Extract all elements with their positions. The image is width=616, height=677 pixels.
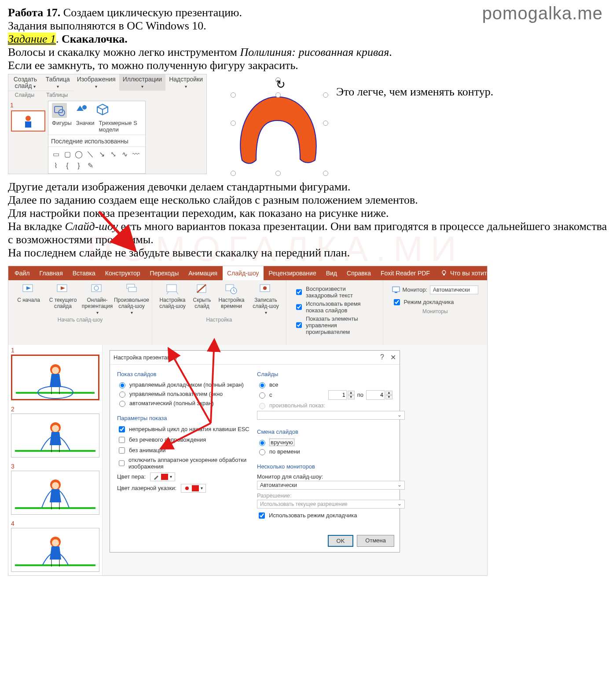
svg-point-34 [52, 482, 59, 489]
task-name: Скакалочка. [62, 33, 128, 45]
close-icon[interactable]: ✕ [390, 353, 396, 362]
chk-loop[interactable]: непрерывный цикл до нажатия клавиши ESC [117, 425, 253, 434]
from-input[interactable] [328, 390, 347, 400]
slide-thumb-3[interactable]: 3 [8, 461, 102, 518]
shapes-grid[interactable]: ▭▢◯＼↘⤡∿ 〰⌇{}✎ [48, 147, 145, 173]
fs-slides: Слайды [257, 371, 392, 377]
btn-shapes[interactable] [52, 103, 67, 118]
chk-controls-label: Показать элементы управления проигрывате… [306, 315, 375, 335]
rotate-handle-icon[interactable]: ↻ [275, 77, 281, 83]
resize-handle[interactable] [231, 171, 236, 176]
setup-show-dialog: Настройка презентации ? ✕ Показ слайдов … [110, 350, 400, 553]
task-badge: Задание 1 [8, 33, 56, 45]
resize-handle[interactable] [323, 121, 328, 126]
tell-me[interactable]: Что вы хотите сделать? [435, 270, 524, 277]
btn-images[interactable]: Изображения▾ [73, 74, 119, 91]
radio-user[interactable]: управляемый пользователем (окно [117, 390, 253, 398]
tab-file[interactable]: Файл [10, 266, 34, 280]
chk-narration[interactable]: Воспроизвести закадровый текст [294, 285, 375, 299]
chk-nonarr-label: без речевого сопровождения [129, 436, 206, 443]
radio-from-label: с [269, 392, 272, 398]
lbl-setup-show: Настройка слайд-шоу [157, 297, 188, 309]
grp-setup: Настройка [157, 315, 282, 325]
monitor-icon [392, 286, 400, 293]
side-note: Это легче, чем изменять контур. [336, 85, 493, 99]
svg-point-18 [263, 286, 267, 290]
lbl-online: Онлайн-презентация [81, 297, 113, 309]
chk-presenter-label: Режим докладчика [404, 299, 454, 305]
to-input[interactable] [366, 390, 385, 400]
btn-setup-show[interactable]: Настройка слайд-шоу [157, 283, 188, 309]
svg-rect-20 [395, 292, 397, 293]
icons-icon[interactable] [75, 103, 88, 116]
monitor-select-dlg[interactable]: Автоматически [257, 481, 405, 490]
tab-home[interactable]: Главная [35, 266, 67, 280]
spin-up-icon[interactable]: ▲ [385, 391, 392, 395]
resolution-label: Разрешение: [257, 492, 392, 499]
resize-handle[interactable] [275, 92, 281, 98]
help-icon[interactable]: ? [380, 353, 384, 362]
slide-thumb-4[interactable]: 4 [8, 518, 102, 575]
ok-button[interactable]: OK [328, 535, 354, 547]
btn-images-label: Изображения [77, 76, 116, 83]
btn-from-current[interactable]: С текущего слайда [47, 283, 79, 309]
btn-hide-slide[interactable]: Скрыть слайд [191, 283, 213, 309]
grp-monitors: Мониторы [388, 307, 483, 316]
chk-use-presenter[interactable]: Использовать режим докладчика [257, 511, 392, 520]
screenshot-slideshow: Файл Главная Вставка Конструктор Переход… [8, 266, 488, 576]
svg-rect-12 [167, 285, 176, 292]
btn-table[interactable]: Таблица▾ [42, 74, 73, 91]
laser-icon [184, 485, 190, 491]
monitor-select[interactable]: Автоматически [430, 285, 478, 294]
btn-online[interactable]: Онлайн-презентация ▾ [81, 283, 113, 315]
svg-point-4 [442, 271, 446, 274]
hair-shape-selected: ↻ [233, 85, 326, 173]
cancel-button[interactable]: Отмена [357, 535, 394, 547]
radio-custom-label: произвольный показ: [269, 402, 325, 409]
spin-down-icon[interactable]: ▼ [385, 395, 392, 399]
monitor-label: Монитор: [403, 286, 428, 293]
chk-nohw[interactable]: отключить аппаратное ускорение обработки… [117, 457, 253, 470]
models-icon[interactable] [96, 103, 109, 116]
chk-controls[interactable]: Показать элементы управления проигрывате… [294, 315, 375, 335]
btn-record[interactable]: Записать слайд-шоу ▾ [250, 283, 282, 315]
resize-handle[interactable] [231, 92, 236, 98]
chk-timings[interactable]: Использовать время показа слайдов [294, 300, 375, 314]
fs-monitors: Несколько мониторов [257, 463, 392, 470]
btn-addins[interactable]: Надстройки▾ [165, 74, 206, 91]
resize-handle[interactable] [323, 92, 328, 98]
resize-handle[interactable] [323, 171, 328, 176]
radio-all[interactable]: все [257, 381, 392, 388]
radio-manual[interactable]: вручную [257, 439, 392, 446]
to-label: по [357, 392, 363, 398]
btn-illustrations[interactable]: Иллюстрации▾ [119, 74, 166, 91]
chk-presenter[interactable]: Режим докладчика [392, 298, 478, 307]
slide-thumb-1[interactable]: 1 [8, 345, 102, 404]
btn-rehearse[interactable]: Настройка времени [216, 283, 247, 309]
slide-thumb-2[interactable]: 2 [8, 404, 102, 461]
chk-nonarr[interactable]: без речевого сопровождения [117, 435, 253, 444]
lbl-from-current: С текущего слайда [47, 297, 79, 309]
grp-start-show: Начать слайд-шоу [13, 315, 147, 325]
shapes-dropdown: Фигуры Значки Трехмерные S модели Послед… [48, 101, 146, 174]
pen-color-button[interactable]: ▾ [150, 472, 175, 481]
fs-advance: Смена слайдов [257, 428, 392, 435]
laser-color-button[interactable]: ▾ [181, 484, 206, 493]
radio-speaker[interactable]: управляемый докладчиком (полный экран) [117, 381, 253, 388]
resize-handle[interactable] [231, 121, 236, 126]
chk-narration-label: Воспроизвести закадровый текст [306, 285, 375, 299]
btn-custom-show[interactable]: Произвольное слайд-шоу ▾ [116, 283, 147, 315]
slide-thumb-1[interactable] [11, 110, 45, 132]
radio-all-label: все [269, 381, 279, 388]
spin-up-icon[interactable]: ▲ [348, 391, 355, 395]
chk-noanim[interactable]: без анимации [117, 446, 253, 455]
grp-tables: Таблицы [41, 91, 73, 99]
btn-new-slide[interactable]: Создать слайд ▾ [8, 74, 42, 91]
resize-handle[interactable] [275, 171, 281, 176]
spin-down-icon[interactable]: ▼ [348, 395, 355, 399]
radio-from[interactable]: с ▲▼ по ▲▼ [257, 390, 392, 400]
radio-auto[interactable]: автоматический (полный экран) [117, 399, 253, 407]
btn-from-start[interactable]: С начала [13, 283, 44, 303]
lbl-rehearse: Настройка времени [216, 297, 247, 309]
radio-timing[interactable]: по времени [257, 448, 392, 455]
